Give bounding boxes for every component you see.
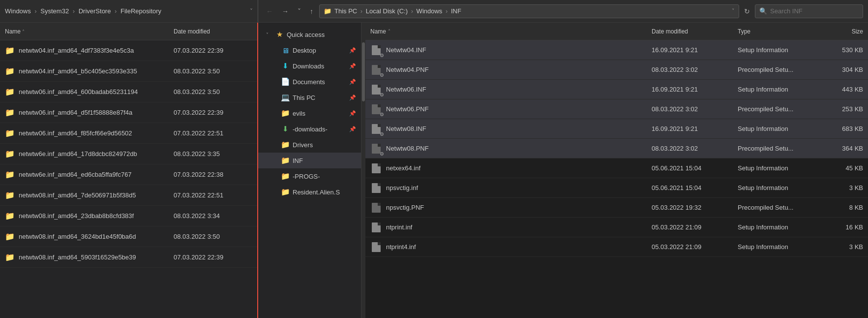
file-date: 08.03.2022 3:50 xyxy=(174,67,252,75)
left-file-row[interactable]: 📁 netwtw04.inf_amd64_b5c405ec3593e335 08… xyxy=(0,61,257,82)
left-file-row[interactable]: 📁 netwtw06.inf_amd64_600badab65231194 08… xyxy=(0,82,257,102)
sidebar-item--downloads-[interactable]: ⬇ -downloads- 📌 xyxy=(258,121,361,137)
sidebar-icon: 📁 xyxy=(281,140,290,149)
folder-icon: 📁 xyxy=(5,46,15,55)
folder-icon: 📁 xyxy=(5,170,15,179)
left-panel-header: Name ˄ Date modified xyxy=(0,23,257,40)
left-file-row[interactable]: 📁 netwtw6e.inf_amd64_17d8dcbc824972db 08… xyxy=(0,144,257,164)
back-button[interactable]: ← xyxy=(263,5,276,17)
name-sort-arrow: ˄ xyxy=(22,29,25,34)
sidebar-item-documents[interactable]: 📄 Documents 📌 xyxy=(258,74,361,90)
pin-icon: 📌 xyxy=(349,79,356,85)
file-date: 16.09.2021 9:21 xyxy=(652,46,738,54)
folder-icon: 📁 xyxy=(5,191,15,200)
file-date: 07.03.2022 22:51 xyxy=(174,191,252,199)
file-date: 07.03.2022 22:39 xyxy=(174,254,252,261)
left-file-row[interactable]: 📁 netwtw08.inf_amd64_3624bd1e45f0ba6d 08… xyxy=(0,226,257,247)
left-file-row[interactable]: 📁 netwtw6e.inf_amd64_ed6cba5ffa9fc767 07… xyxy=(0,164,257,185)
left-col-date[interactable]: Date modified xyxy=(174,28,252,35)
file-icon xyxy=(370,162,382,174)
file-list-row[interactable]: Netwtw04.INF 16.09.2021 9:21 Setup Infor… xyxy=(365,40,868,60)
folder-icon: 📁 xyxy=(5,211,15,221)
sidebar-item-evils[interactable]: 📁 evils 📌 xyxy=(258,105,361,121)
address-text: This PC › Local Disk (C:) › Windows › IN… xyxy=(334,7,729,15)
sidebar-item-resident-alien-s[interactable]: 📁 Resident.Alien.S xyxy=(258,184,361,200)
file-list-row[interactable]: Netwtw06.INF 16.09.2021 9:21 Setup Infor… xyxy=(365,80,868,99)
file-list-row[interactable]: Netwtw08.PNF 08.03.2022 3:02 Precompiled… xyxy=(365,139,868,159)
file-name: Netwtw08.PNF xyxy=(386,145,652,152)
left-breadcrumb-dropdown[interactable]: ˅ xyxy=(250,8,253,15)
file-list-row[interactable]: npsvctig.inf 05.06.2021 15:04 Setup Info… xyxy=(365,178,868,198)
col-header-name[interactable]: Name ˄ xyxy=(370,28,652,35)
file-name: Netwtw08.INF xyxy=(386,125,652,132)
file-list-row[interactable]: npsvctig.PNF 05.03.2022 19:32 Precompile… xyxy=(365,198,868,218)
file-type: Setup Information xyxy=(738,243,824,251)
file-date: 05.06.2021 15:04 xyxy=(652,164,738,172)
file-date: 08.03.2022 3:50 xyxy=(174,88,252,95)
file-list-header: Name ˄ Date modified Type Size xyxy=(365,23,868,40)
file-icon xyxy=(370,202,382,214)
col-header-size[interactable]: Size xyxy=(824,28,863,35)
address-dropdown-arrow[interactable]: ˅ xyxy=(732,8,735,14)
col-header-date[interactable]: Date modified xyxy=(652,28,738,35)
file-name: netwtw04.inf_amd64_4df7383f3e4e5c3a xyxy=(19,47,174,54)
sidebar-icon: 📁 xyxy=(281,109,290,118)
forward-button[interactable]: → xyxy=(279,5,292,17)
refresh-button[interactable]: ↻ xyxy=(742,5,752,17)
file-type: Precompiled Setu... xyxy=(738,105,824,113)
file-name: Netwtw06.INF xyxy=(386,86,652,93)
up-button[interactable]: ↑ xyxy=(307,5,316,17)
file-size: 253 KB xyxy=(824,105,863,113)
sidebar-item--progs-[interactable]: 📁 -PROGS- xyxy=(258,168,361,184)
sidebar-label: Documents xyxy=(293,78,346,86)
file-name: netwtw08.inf_amd64_23dbab8b8cfd383f xyxy=(19,212,174,220)
left-file-row[interactable]: 📁 netwtw08.inf_amd64_7de506971b5f38d5 07… xyxy=(0,185,257,206)
sidebar-icon: 🖥 xyxy=(281,46,290,55)
top-bar: Windows › System32 › DriverStore › FileR… xyxy=(0,0,868,23)
sidebar-item-desktop[interactable]: 🖥 Desktop 📌 xyxy=(258,42,361,58)
file-size: 45 KB xyxy=(824,164,863,172)
file-size: 8 KB xyxy=(824,204,863,211)
file-list-row[interactable]: netxex64.inf 05.06.2021 15:04 Setup Info… xyxy=(365,159,868,178)
file-date: 07.03.2022 22:51 xyxy=(174,129,252,137)
left-file-row[interactable]: 📁 netwtw06.inf_amd64_d5f1f58888e87f4a 07… xyxy=(0,102,257,123)
left-breadcrumb[interactable]: Windows › System32 › DriverStore › FileR… xyxy=(5,7,247,15)
file-date: 07.03.2022 22:39 xyxy=(174,47,252,54)
sidebar-item-drivers[interactable]: 📁 Drivers xyxy=(258,137,361,153)
left-file-row[interactable]: 📁 netwtw04.inf_amd64_4df7383f3e4e5c3a 07… xyxy=(0,40,257,61)
folder-icon: 📁 xyxy=(5,128,15,138)
folder-icon: 📁 xyxy=(5,232,15,241)
file-list-row[interactable]: ntprint.inf 05.03.2022 21:09 Setup Infor… xyxy=(365,218,868,237)
file-name: netwtw08.inf_amd64_5903f16529e5be39 xyxy=(19,254,174,261)
sidebar-item-quick-access[interactable]: ˅ ★ Quick access xyxy=(258,27,361,42)
left-file-row[interactable]: 📁 netwtw06.inf_amd64_f85fcf66e9d56502 07… xyxy=(0,123,257,144)
file-name: netwtw08.inf_amd64_7de506971b5f38d5 xyxy=(19,191,174,199)
name-header-sort-arrow: ˄ xyxy=(388,29,390,34)
file-list-row[interactable]: Netwtw04.PNF 08.03.2022 3:02 Precompiled… xyxy=(365,60,868,80)
search-box[interactable]: 🔍 xyxy=(755,4,863,18)
sidebar-item-downloads[interactable]: ⬇ Downloads 📌 xyxy=(258,58,361,74)
sidebar-scrollbar[interactable] xyxy=(361,23,365,318)
sidebar-scrollbar-thumb[interactable] xyxy=(362,42,365,101)
file-date: 08.03.2022 3:35 xyxy=(174,150,252,158)
left-file-row[interactable]: 📁 netwtw08.inf_amd64_5903f16529e5be39 07… xyxy=(0,247,257,268)
left-file-row[interactable]: 📁 netwtw08.inf_amd64_23dbab8b8cfd383f 08… xyxy=(0,206,257,226)
file-list-row[interactable]: Netwtw06.PNF 08.03.2022 3:02 Precompiled… xyxy=(365,99,868,119)
file-date: 08.03.2022 3:02 xyxy=(652,66,738,73)
file-type: Setup Information xyxy=(738,125,824,132)
col-header-type[interactable]: Type xyxy=(738,28,824,35)
left-col-name[interactable]: Name ˄ xyxy=(5,28,174,35)
recent-locations-button[interactable]: ˅ xyxy=(295,5,304,17)
file-icon xyxy=(370,44,382,56)
right-panel: ˅ ★ Quick access 🖥 Desktop 📌 ⬇ Downloads… xyxy=(258,23,868,318)
file-name: netxex64.inf xyxy=(386,164,652,172)
file-name: npsvctig.PNF xyxy=(386,204,652,211)
file-list-row[interactable]: Netwtw08.INF 16.09.2021 9:21 Setup Infor… xyxy=(365,119,868,139)
folder-icon: 📁 xyxy=(5,108,15,117)
sidebar-item-inf[interactable]: 📁 INF xyxy=(258,153,361,168)
file-list-row[interactable]: ntprint4.inf 05.03.2022 21:09 Setup Info… xyxy=(365,237,868,257)
sidebar-item-this-pc[interactable]: 💻 This PC 📌 xyxy=(258,90,361,105)
search-input[interactable] xyxy=(770,7,859,15)
address-bar[interactable]: 📁 This PC › Local Disk (C:) › Windows › … xyxy=(319,4,739,18)
sidebar-label: -PROGS- xyxy=(293,173,356,180)
